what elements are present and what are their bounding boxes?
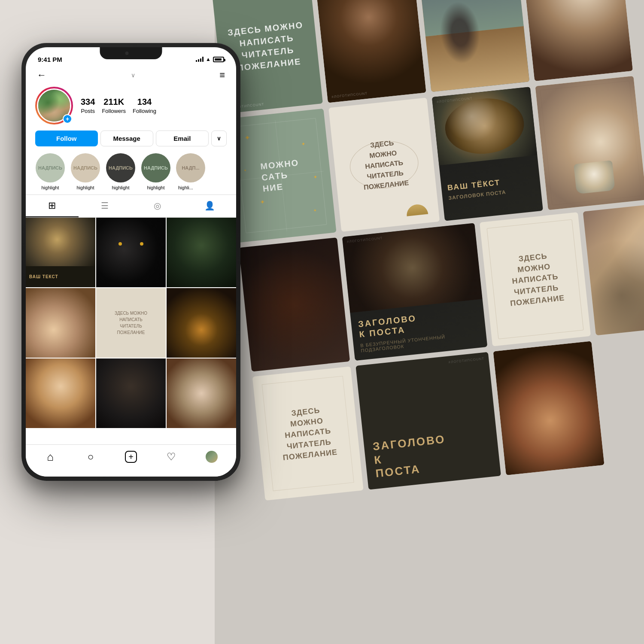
heart-icon: ♡ xyxy=(167,451,176,463)
nav-menu-button[interactable]: ≡ xyxy=(219,70,225,81)
posts-grid: ВАШ ТЕКСТ xyxy=(26,218,236,428)
tab-tagged[interactable]: 👤 xyxy=(184,195,237,217)
highlight-label-4: highlight xyxy=(147,185,165,190)
post-4[interactable] xyxy=(26,288,95,358)
post-6[interactable] xyxy=(167,288,236,358)
more-button[interactable]: ∨ xyxy=(211,131,227,146)
post-8[interactable] xyxy=(96,358,166,428)
tabs-row: ⊞ ☰ ◎ 👤 xyxy=(26,194,236,218)
design-card-6: ЗДЕСЬМОЖНОНАПИСАТЬЧИТАТЕЛЬПОЖЕЛАНИЕ xyxy=(328,97,440,231)
grid-icon: ⊞ xyxy=(48,200,56,211)
highlight-circle-4: НАДПИСЬ xyxy=(141,153,170,182)
followers-stat: 211K Followers xyxy=(102,97,126,115)
posts-label: Posts xyxy=(81,108,95,114)
design-cards-bg: ЗДЕСЬ МОЖНО НАПИСАТЬ ЧИТАТЕЛЬ ПОЖЕЛАНИЕ … xyxy=(212,0,644,644)
location-icon: ◎ xyxy=(154,200,161,211)
design-card-8 xyxy=(535,76,644,210)
tab-list[interactable]: ☰ xyxy=(79,195,131,217)
highlight-circle-2: НАДПИСЬ xyxy=(71,153,100,182)
design-card-5: ✦ ✦ ✦ ✦ ✦ ✦ МОЖНОСАТЬНИЕ xyxy=(225,109,337,243)
battery-icon xyxy=(213,57,224,62)
design-card-12 xyxy=(583,201,644,335)
highlight-circle-5: НАДП... xyxy=(176,153,205,182)
add-icon: + xyxy=(125,451,137,463)
phone-wrapper: 9:41 PM ▲ xyxy=(21,43,240,481)
highlight-3[interactable]: НАДПИСЬ highlight xyxy=(106,153,136,190)
highlight-label-3: highlight xyxy=(112,185,130,190)
bottom-nav: ⌂ ○ + ♡ xyxy=(26,444,236,477)
list-icon: ☰ xyxy=(101,200,109,211)
card-6-text: ЗДЕСЬМОЖНОНАПИСАТЬЧИТАТЕЛЬПОЖЕЛАНИЕ xyxy=(359,137,409,193)
action-buttons: Follow Message Email ∨ xyxy=(35,131,227,146)
followers-label: Followers xyxy=(102,108,126,114)
design-card-3 xyxy=(418,0,529,92)
profile-stats: 334 Posts 211K Followers 134 Following xyxy=(81,97,227,115)
profile-header: + 334 Posts 211K Followers xyxy=(35,87,227,125)
highlight-label-5: highli... xyxy=(178,185,203,190)
highlight-label-1: highlight xyxy=(42,185,59,190)
highlights-row: НАДПИСЬ highlight НАДПИСЬ highlight НАДП… xyxy=(35,153,227,190)
email-button[interactable]: Email xyxy=(156,131,209,146)
design-card-10: ЗАГОЛОВОК ПОСТА В БЕЗУПРЕЧНЫЙ УТОНЧЕННЫЙ… xyxy=(342,223,488,361)
design-card-13: ЗДЕСЬМОЖНОНАПИСАТЬЧИТАТЕЛЬПОЖЕЛАНИЕ xyxy=(252,366,364,500)
design-card-14: #ЛОГОТИПCOUNT ЗАГОЛОВОКПОСТА xyxy=(355,352,501,490)
highlight-5[interactable]: НАДП... highli... xyxy=(176,153,205,190)
design-card-2: #ЛОГОТИПCOUNT xyxy=(315,0,426,103)
status-icons: ▲ xyxy=(196,56,224,62)
signal-icon xyxy=(196,57,204,62)
search-icon: ○ xyxy=(88,451,94,463)
nav-chevron[interactable]: ∨ xyxy=(131,72,135,79)
design-card-4 xyxy=(522,0,633,81)
design-card-15 xyxy=(493,341,605,475)
following-count: 134 xyxy=(133,97,156,107)
nav-heart[interactable]: ♡ xyxy=(161,447,182,467)
nav-home[interactable]: ⌂ xyxy=(40,447,61,467)
highlight-circle-3: НАДПИСЬ xyxy=(106,153,135,182)
highlight-4[interactable]: НАДПИСЬ highlight xyxy=(141,153,171,190)
follow-button[interactable]: Follow xyxy=(35,131,98,146)
nav-bar: ← ∨ ≡ xyxy=(26,67,236,83)
design-card-11: ЗДЕСЬМОЖНОНАПИСАТЬЧИТАТЕЛЬПОЖЕЛАНИЕ xyxy=(480,212,591,346)
post-1[interactable]: ВАШ ТЕКСТ xyxy=(26,218,95,287)
status-time: 9:41 PM xyxy=(38,56,62,63)
card-14-text: ЗАГОЛОВОКПОСТА xyxy=(372,428,492,480)
highlights-section: НАДПИСЬ highlight НАДПИСЬ highlight НАДП… xyxy=(26,151,236,194)
back-button[interactable]: ← xyxy=(37,70,46,81)
highlight-2[interactable]: НАДПИСЬ highlight xyxy=(70,153,100,190)
avatar-container[interactable]: + xyxy=(35,87,73,125)
tab-grid[interactable]: ⊞ xyxy=(26,195,79,217)
nav-search[interactable]: ○ xyxy=(80,447,101,467)
post-9[interactable] xyxy=(167,358,236,428)
post-2[interactable] xyxy=(96,218,166,287)
home-icon: ⌂ xyxy=(47,450,54,464)
highlight-1[interactable]: НАДПИСЬ highlight xyxy=(35,153,65,190)
avatar-add-button[interactable]: + xyxy=(63,114,72,124)
highlight-circle-1: НАДПИСЬ xyxy=(36,153,65,182)
phone-screen: 9:41 PM ▲ xyxy=(26,47,236,477)
following-stat: 134 Following xyxy=(133,97,156,115)
profile-avatar-nav xyxy=(206,451,218,463)
tab-location[interactable]: ◎ xyxy=(131,195,184,217)
post-7[interactable] xyxy=(26,358,95,428)
phone-body: 9:41 PM ▲ xyxy=(21,43,240,481)
phone-notch xyxy=(100,47,162,59)
post-3[interactable] xyxy=(167,218,236,287)
posts-count: 334 xyxy=(81,97,95,107)
highlight-label-2: highlight xyxy=(77,185,94,190)
design-card-9 xyxy=(239,237,350,371)
nav-add[interactable]: + xyxy=(121,447,141,467)
profile-section: + 334 Posts 211K Followers xyxy=(26,83,236,151)
following-label: Following xyxy=(133,108,156,114)
posts-stat: 334 Posts xyxy=(81,97,95,115)
design-card-7: ВАШ ТЁКСТ ЗАГОЛОВОК ПОСТА #ЛОГОТИПCOUNT xyxy=(432,87,543,221)
post-5[interactable]: ЗДЕСЬ МОЖНОНАПИСАТЬЧИТАТЕЛЬПОЖЕЛАНИЕ xyxy=(96,288,166,358)
message-button[interactable]: Message xyxy=(100,131,153,146)
nav-profile[interactable] xyxy=(201,447,222,467)
wifi-icon: ▲ xyxy=(206,56,211,62)
followers-count: 211K xyxy=(102,97,126,107)
person-tag-icon: 👤 xyxy=(204,200,215,211)
